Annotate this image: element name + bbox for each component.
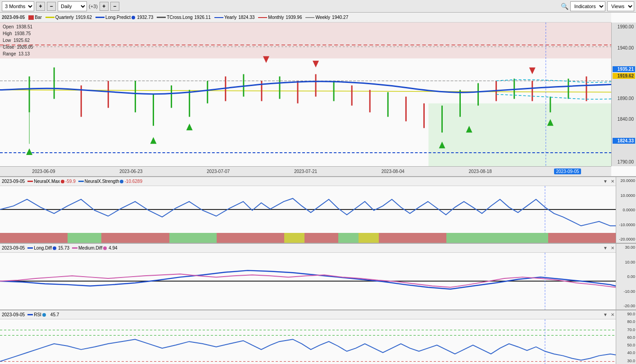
strip-segment <box>68 233 101 243</box>
low-zone-bg <box>428 103 611 166</box>
rsi-y-axis: 90.0 80.0 70.0 60.0 50.0 40.0 30.0 20.0 <box>616 310 636 364</box>
tcross-legend: TCross.Long 1926.11 <box>157 15 210 20</box>
rsi-value-row: 45.7 <box>50 312 59 317</box>
low-value: 1925.62 <box>14 38 30 43</box>
open-value: 1938.51 <box>16 24 32 29</box>
long-diff-line <box>0 270 616 289</box>
y-label-1890: 1890.00 <box>613 96 635 101</box>
neural-x-line <box>0 198 616 226</box>
monthly-icon <box>258 17 267 18</box>
panel2-collapse-btn[interactable]: ▼ <box>602 245 609 251</box>
strip-segment <box>304 233 338 243</box>
panel1-close-btn[interactable]: ✕ <box>609 178 616 184</box>
diff-y-axis: 30.00 10.00 0.00 -10.00 -20.00 <box>616 244 636 309</box>
long-predict-dot <box>132 16 135 19</box>
long-diff-dot <box>53 246 56 250</box>
interval-select[interactable]: Daily 1 Min5 MinWeeklyMonthly <box>58 1 87 11</box>
period-add-btn[interactable]: + <box>36 2 45 11</box>
long-diff-icon <box>27 247 33 249</box>
p1-y2: 10.0000 <box>617 193 635 198</box>
strip-segment-yellow <box>359 233 379 243</box>
neural-x-svg <box>0 186 616 233</box>
p2-y2: 10.00 <box>617 260 635 264</box>
neural-x-color-strip <box>0 233 616 243</box>
main-legend-date: 2023-09-05 <box>2 15 25 20</box>
neural-x-y-axis: 20.0000 10.0000 0.0000 -10.0000 -20.0000 <box>616 177 636 243</box>
range-label: Range <box>3 51 16 56</box>
p3-y2: 80.0 <box>617 319 635 324</box>
rsi-dot <box>42 313 46 317</box>
y-price-markers: 1935.21 1919.62 <box>613 66 635 80</box>
p2-y5: -20.00 <box>617 304 635 308</box>
x-label-0818: 2023-08-18 <box>467 169 494 174</box>
x-label-0905: 2023-09-05 <box>554 168 581 174</box>
prediction-lower <box>496 95 611 100</box>
p2-y4: -10.00 <box>617 289 635 294</box>
strip-segment <box>169 233 217 243</box>
search-icon[interactable]: 🔍 <box>561 3 568 10</box>
rsi-line-icon <box>27 314 33 315</box>
bar-icon <box>28 15 34 20</box>
zoom-out-btn[interactable]: − <box>110 2 119 11</box>
period-remove-btn[interactable]: − <box>47 2 56 11</box>
svg-marker-38 <box>313 61 319 68</box>
strip-segment-yellow <box>284 233 304 243</box>
rsi-panel: 2023-09-05 RSI 45.7 ▼ ✕ 90.0 80.0 70.0 6… <box>0 310 636 364</box>
medium-diff-icon <box>72 247 77 249</box>
neural-strength-value: -10.6289 <box>124 179 142 184</box>
quarterly-legend: Quarterly 1919.62 <box>45 15 92 20</box>
plus3-label: (+3) <box>89 4 98 9</box>
neural-max-icon <box>27 181 33 182</box>
period-select[interactable]: 3 Months 1 Week1 Month6 Months1 Year <box>2 1 34 11</box>
panel2-close-btn[interactable]: ✕ <box>609 245 616 251</box>
y-label-1940: 1940.00 <box>613 46 635 50</box>
sell-signals <box>263 56 536 74</box>
rsi-line <box>0 339 616 361</box>
open-label: Open <box>3 24 14 29</box>
panel3-close-btn[interactable]: ✕ <box>609 311 616 318</box>
tcross-icon <box>157 17 166 18</box>
p1-y3: 0.0000 <box>617 208 635 212</box>
views-select[interactable]: Views <box>607 1 634 11</box>
neural-x-legend: 2023-09-05 NeuralX.Max -59.9 NeuralX.Str… <box>0 177 616 186</box>
main-chart-svg <box>0 23 611 166</box>
low-row: Low 1925.62 <box>3 37 33 44</box>
close-value: 1926.05 <box>17 45 33 50</box>
indicators-select[interactable]: Indicators <box>570 1 605 11</box>
main-legend-bar: 2023-09-05 Bar Quarterly 1919.62 Long.Pr… <box>0 13 611 23</box>
panel3-collapse-btn[interactable]: ▼ <box>602 311 609 318</box>
strip-segment <box>379 233 446 243</box>
high-row: High 1938.75 <box>3 30 33 37</box>
neural-x-panel: 2023-09-05 NeuralX.Max -59.9 NeuralX.Str… <box>0 177 636 244</box>
p1-y5: -20.0000 <box>617 237 635 241</box>
svg-marker-39 <box>529 68 536 74</box>
y-label-1919: 1919.62 <box>613 73 635 79</box>
x-label-0804: 2023-08-04 <box>380 169 406 174</box>
low-label: Low <box>3 38 11 43</box>
zoom-in-btn[interactable]: + <box>100 2 109 11</box>
diff-panel-controls: ▼ ✕ <box>602 245 616 251</box>
long-diff-value: 15.73 <box>58 246 69 250</box>
p3-y1: 90.0 <box>617 312 635 316</box>
weekly-icon <box>305 17 314 18</box>
diff-legend: 2023-09-05 Long.Diff 15.73 Medium.Diff 4… <box>0 244 616 253</box>
strip-segment <box>217 233 284 243</box>
x-label-0707: 2023-07-07 <box>205 169 232 174</box>
high-label: High <box>3 31 12 36</box>
open-row: Open 1938.51 <box>3 23 33 30</box>
medium-diff-dot <box>103 246 107 250</box>
y-label-1990: 1990.00 <box>613 24 635 29</box>
high-zone-bg <box>0 23 611 59</box>
panel1-collapse-btn[interactable]: ▼ <box>602 178 609 184</box>
y-label-1824: 1824.33 <box>613 138 635 144</box>
price-info-box: Open 1938.51 High 1938.75 Low 1925.62 Cl… <box>3 23 33 57</box>
close-label: Close <box>3 45 14 50</box>
weekly-legend: Weekly 1940.27 <box>305 15 348 20</box>
svg-marker-31 <box>26 148 32 155</box>
x-label-0623: 2023-06-23 <box>118 169 144 174</box>
neural-x-panel-controls: ▼ ✕ <box>602 178 616 184</box>
medium-diff-value: 4.94 <box>109 246 117 250</box>
medium-diff-legend: Medium.Diff 4.94 <box>72 246 118 250</box>
neural-x-date: 2023-09-05 <box>2 179 25 184</box>
yearly-icon <box>214 17 223 18</box>
